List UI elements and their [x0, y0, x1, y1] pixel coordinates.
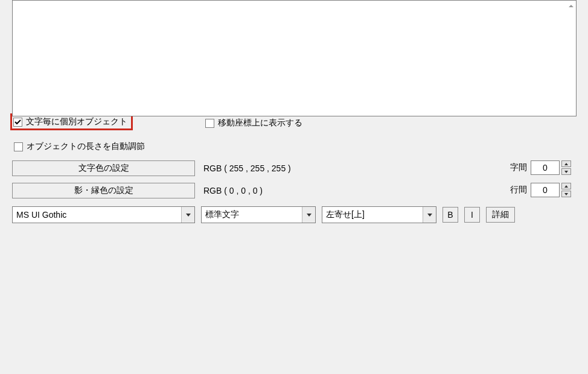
movecoord-label: 移動座標上に表示する: [218, 118, 302, 128]
italic-button[interactable]: I: [464, 207, 480, 223]
shadow-color-button[interactable]: 影・縁色の設定: [12, 183, 195, 198]
text-input-area[interactable]: [12, 0, 577, 116]
scroll-up-icon[interactable]: [567, 2, 575, 11]
font-family-value: MS UI Gothic: [13, 210, 181, 220]
font-family-select[interactable]: MS UI Gothic: [12, 206, 195, 223]
shadow-color-button-label: 影・縁色の設定: [74, 185, 133, 196]
bold-button[interactable]: B: [443, 207, 458, 223]
autolen-label: オブジェクトの長さを自動調節: [27, 141, 145, 152]
detail-button-label: 詳細: [492, 209, 509, 220]
line-spacing-field[interactable]: 0: [531, 183, 560, 197]
text-color-button[interactable]: 文字色の設定: [12, 160, 195, 176]
font-weight-value: 標準文字: [202, 209, 302, 220]
dropdown-arrow-icon: [181, 207, 194, 223]
char-spacing-up[interactable]: [561, 160, 571, 167]
char-spacing-field[interactable]: 0: [531, 160, 560, 175]
text-color-button-label: 文字色の設定: [78, 163, 129, 174]
line-spacing-down[interactable]: [561, 191, 571, 197]
shadow-color-value: RGB ( 0 , 0 , 0 ): [203, 186, 263, 195]
italic-button-label: I: [471, 210, 473, 220]
perchar-checkbox[interactable]: [13, 118, 22, 127]
font-align-select[interactable]: 左寄せ[上]: [322, 206, 436, 223]
perchar-label: 文字毎に個別オブジェクト: [26, 116, 127, 127]
dropdown-arrow-icon: [302, 207, 315, 223]
line-spacing-label: 行間: [510, 185, 527, 195]
movecoord-checkbox[interactable]: [205, 119, 214, 128]
detail-button[interactable]: 詳細: [486, 207, 515, 223]
autolen-checkbox[interactable]: [14, 142, 23, 151]
char-spacing-label: 字間: [510, 162, 527, 173]
font-align-value: 左寄せ[上]: [322, 209, 423, 220]
line-spacing-up[interactable]: [561, 183, 571, 189]
text-color-value: RGB ( 255 , 255 , 255 ): [203, 163, 291, 173]
char-spacing-down[interactable]: [561, 168, 571, 175]
font-weight-select[interactable]: 標準文字: [201, 206, 316, 223]
dropdown-arrow-icon: [423, 207, 436, 223]
bold-button-label: B: [447, 210, 453, 220]
